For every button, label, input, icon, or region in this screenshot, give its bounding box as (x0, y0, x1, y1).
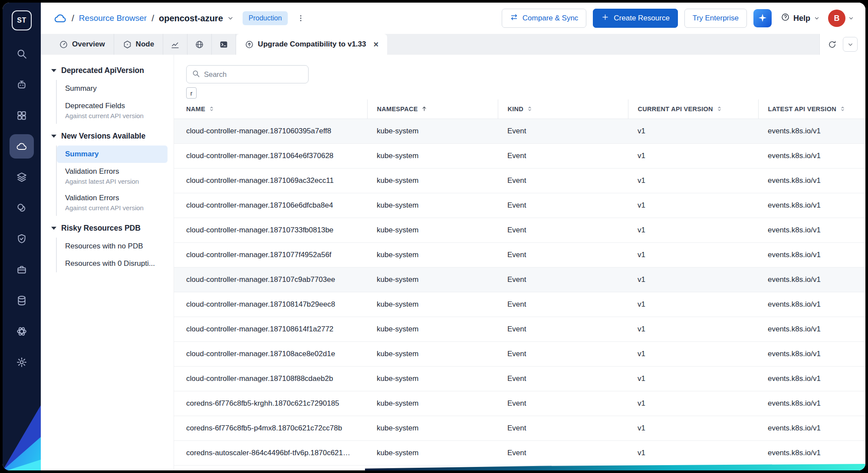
try-enterprise-button[interactable]: Try Enterprise (684, 9, 747, 28)
tab-upgrade-compatibility[interactable]: Upgrade Compatibility to v1.33 × (236, 34, 387, 55)
breadcrumb-root[interactable]: Resource Browser (79, 13, 147, 23)
tree-item[interactable]: Summary (57, 80, 168, 97)
table-row[interactable]: coredns-6f776c8fb5-p4mx8.1870c621c72cc78… (174, 416, 865, 440)
search-box[interactable] (186, 65, 309, 83)
table-row[interactable]: cloud-controller-manager.1871060395a7eff… (174, 119, 865, 143)
table-row[interactable]: cloud-controller-manager.187108614f1a277… (174, 317, 865, 341)
table-cell: v1 (628, 317, 758, 341)
table-cell: cloud-controller-manager.1871060395a7eff… (174, 119, 367, 143)
tree-item[interactable]: Validation ErrorsAgainst current API ver… (57, 189, 168, 216)
table-row[interactable]: coredns-autoscaler-864c4496bf-tfv6p.1870… (174, 440, 865, 465)
tabbar-tabs: OverviewNode (50, 34, 236, 55)
sparkle-icon (758, 13, 767, 24)
column-header-name[interactable]: NAME (174, 99, 367, 119)
table-row[interactable]: cloud-controller-manager.1871064e6f37062… (174, 143, 865, 168)
table-row[interactable]: cloud-controller-manager.187107c9ab7703e… (174, 267, 865, 292)
stack-icon[interactable] (10, 165, 34, 189)
table-row[interactable]: cloud-controller-manager.187108ace8e02d1… (174, 341, 865, 366)
ai-sparkle-button[interactable] (753, 9, 772, 27)
table-row[interactable]: cloud-controller-manager.187106e6dfcba8e… (174, 193, 865, 218)
sort-icon[interactable] (716, 106, 723, 112)
tree-nav: Deprecated ApiVersionSummaryDeprecated F… (41, 55, 174, 470)
tree-group-header[interactable]: Deprecated ApiVersion (51, 61, 174, 80)
column-header-latest-api-version[interactable]: LATEST API VERSION (758, 99, 865, 119)
table-row[interactable]: cloud-controller-manager.187108147b29eec… (174, 292, 865, 317)
user-menu[interactable]: B (828, 10, 854, 27)
app-logo[interactable]: ST (12, 10, 32, 30)
table-cell: Event (498, 168, 628, 193)
create-resource-button[interactable]: Create Resource (593, 9, 678, 28)
tree-group: New Versions AvailableSummaryValidation … (51, 126, 174, 216)
chart-icon (171, 40, 180, 49)
table-cell: kube-system (367, 416, 498, 440)
search-icon[interactable] (10, 42, 34, 66)
ai-swirl-icon[interactable] (10, 319, 34, 344)
compare-sync-button[interactable]: Compare & Sync (502, 9, 587, 28)
table-row[interactable]: cloud-controller-manager.1871069ac32ecc1… (174, 168, 865, 193)
table-cell: cloud-controller-manager.1871077f4952a56… (174, 242, 367, 267)
apps-icon[interactable] (10, 103, 34, 128)
settings-icon[interactable] (10, 350, 34, 374)
table-cell: cloud-controller-manager.187108614f1a277… (174, 317, 367, 341)
refresh-button[interactable] (828, 40, 837, 49)
database-icon[interactable] (10, 288, 34, 313)
filter-chip[interactable]: r (186, 87, 197, 99)
table-row[interactable]: cloud-controller-manager.1871077f4952a56… (174, 242, 865, 267)
table-cell: v1 (628, 292, 758, 317)
table-row[interactable]: coredns-6f776c8fb5-krghh.1870c621c729018… (174, 391, 865, 416)
table-cell: Event (498, 143, 628, 168)
table-cell: Event (498, 391, 628, 416)
table-cell: kube-system (367, 168, 498, 193)
close-icon[interactable]: × (374, 40, 379, 49)
table-cell: events.k8s.io/v1 (758, 193, 865, 218)
column-header-kind[interactable]: KIND (498, 99, 628, 119)
tree-group-header[interactable]: New Versions Available (51, 126, 174, 146)
table-row[interactable]: cloud-controller-manager.187108f88cdaeb2… (174, 366, 865, 391)
tab-chart[interactable] (163, 34, 187, 55)
sort-icon[interactable] (208, 106, 215, 112)
column-header-namespace[interactable]: NAMESPACE (367, 99, 498, 119)
expand-tabs-button[interactable] (843, 37, 858, 52)
breadcrumb-separator: / (72, 13, 74, 23)
table-cell: events.k8s.io/v1 (758, 168, 865, 193)
tree-item[interactable]: Summary (57, 146, 168, 163)
column-header-current-api-version[interactable]: CURRENT API VERSION (628, 99, 758, 119)
chevron-down-icon[interactable] (227, 15, 234, 22)
tree-item[interactable]: Resources with no PDB (57, 238, 168, 255)
avatar[interactable]: B (828, 10, 845, 27)
table-cell: v1 (628, 119, 758, 143)
tree-item-label: Resources with no PDB (65, 242, 163, 251)
cloud-icon[interactable] (10, 134, 34, 159)
terminal-icon (219, 40, 228, 49)
table-area: r NAMENAMESPACEKINDCURRENT API VERSIONLA… (174, 55, 865, 470)
content-area: Deprecated ApiVersionSummaryDeprecated F… (41, 55, 865, 470)
breadcrumb-current[interactable]: opencost-azure (159, 13, 223, 23)
column-label: KIND (508, 106, 524, 112)
jobs-icon[interactable] (10, 258, 34, 282)
ai-assistant-icon[interactable] (10, 73, 34, 97)
tree-item[interactable]: Resources with 0 Disrupti... (57, 255, 168, 272)
table-cell: cloud-controller-manager.18710733fb0813b… (174, 218, 367, 242)
tree-group-header[interactable]: Risky Resources PDB (51, 218, 174, 238)
sort-icon[interactable] (526, 106, 533, 112)
tab-pods[interactable] (187, 34, 212, 55)
cost-icon[interactable] (10, 196, 34, 220)
shield-check-icon[interactable] (10, 227, 34, 251)
table-row[interactable]: cloud-controller-manager.18710733fb0813b… (174, 218, 865, 242)
kebab-menu-icon[interactable] (296, 14, 305, 23)
sort-icon[interactable] (839, 106, 846, 112)
upgrade-circle-icon (245, 40, 254, 49)
tab-overview[interactable]: Overview (50, 34, 114, 55)
table-cell: Event (498, 366, 628, 391)
help-menu[interactable]: Help (781, 13, 820, 24)
tab-controls (819, 34, 865, 55)
table-cell: events.k8s.io/v1 (758, 391, 865, 416)
tab-terminal[interactable] (212, 34, 236, 55)
search-input[interactable] (204, 70, 303, 79)
table-cell: events.k8s.io/v1 (758, 143, 865, 168)
tree-item[interactable]: Deprecated FieldsAgainst current API ver… (57, 97, 168, 124)
tab-node[interactable]: Node (114, 34, 164, 55)
tree-item[interactable]: Validation ErrorsAgainst latest API vers… (57, 163, 168, 189)
table-cell: Event (498, 242, 628, 267)
sort-icon[interactable] (421, 106, 427, 112)
